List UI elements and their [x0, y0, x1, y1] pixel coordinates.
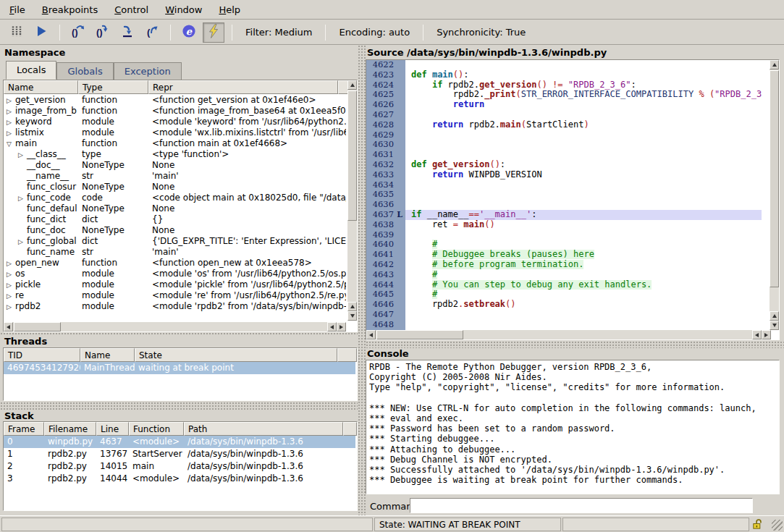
scroll-left-button[interactable] — [4, 322, 13, 332]
namespace-row[interactable]: ▷keywordmodule<module 'keyword' from '/u… — [4, 116, 346, 127]
scroll-down-button[interactable] — [770, 321, 779, 330]
column-header-tid[interactable]: TID — [4, 348, 80, 362]
step-return-button[interactable] — [117, 22, 138, 43]
line-number-gutter[interactable]: 4625 — [366, 90, 405, 100]
namespace-row[interactable]: func_closurNoneTypeNone — [4, 181, 346, 192]
tab-locals[interactable]: Locals — [6, 61, 56, 80]
scroll-up-button[interactable] — [770, 60, 779, 69]
line-number-gutter[interactable]: 4642 — [366, 260, 405, 270]
line-number-gutter[interactable]: 4623 — [366, 70, 405, 80]
line-number-gutter[interactable]: 4632 — [366, 160, 405, 170]
expand-arrow-icon[interactable]: ▷ — [18, 238, 27, 245]
tab-exception[interactable]: Exception — [114, 62, 182, 80]
scroll-up-button[interactable] — [347, 80, 357, 90]
command-input[interactable] — [410, 498, 753, 513]
expand-arrow-icon[interactable]: ▷ — [7, 108, 15, 115]
source-view[interactable]: 46224623def main():4624 if rpdb2.get_ver… — [366, 59, 780, 340]
namespace-table[interactable]: NameTypeRepr▷get_versionfunction<functio… — [3, 80, 358, 332]
line-number-gutter[interactable]: 4639 — [366, 230, 405, 240]
expand-arrow-icon[interactable]: ▷ — [7, 119, 15, 126]
column-header-path[interactable]: Path — [184, 422, 343, 436]
thread-row[interactable]: 46974534127920MainThreadwaiting at break… — [4, 362, 355, 374]
vertical-splitter[interactable] — [358, 45, 366, 515]
line-number-gutter[interactable]: 4630 — [366, 140, 405, 150]
line-number-gutter[interactable]: 4627 — [366, 110, 405, 120]
expand-arrow-icon[interactable]: ▷ — [7, 271, 15, 278]
line-number-gutter[interactable]: 4634 — [366, 180, 405, 190]
line-number-gutter[interactable]: 4631 — [366, 150, 405, 160]
step-over-button[interactable]: () — [67, 22, 89, 43]
scroll-right-button[interactable] — [762, 330, 771, 339]
line-number-gutter[interactable]: 4641 — [366, 250, 405, 260]
menu-help[interactable]: Help — [216, 1, 243, 18]
line-number-gutter[interactable]: 4638 — [366, 220, 405, 230]
line-number-gutter[interactable]: 4643 — [366, 270, 405, 280]
namespace-row[interactable]: ▷func_globaldict{'DLG_EXPR_TITLE': 'Ente… — [4, 235, 346, 246]
line-number-gutter[interactable]: 4640 — [366, 240, 405, 250]
line-number-gutter[interactable]: 4646 — [366, 300, 405, 310]
threads-stack-splitter[interactable] — [0, 402, 358, 410]
namespace-row[interactable]: ▽mainfunction<function main at 0x1ef4668… — [4, 138, 346, 148]
menu-breakpoints[interactable]: Breakpoints — [40, 1, 100, 18]
expand-arrow-icon[interactable]: ▷ — [7, 97, 15, 104]
step-out-button[interactable]: ( — [141, 22, 163, 43]
column-header-filename[interactable]: Filename — [44, 422, 96, 436]
namespace-row[interactable]: ▷listmixmodule<module 'wx.lib.mixins.lis… — [4, 127, 346, 138]
stack-frame-row[interactable]: 3rpdb2.py14044<module>/data/sys/bin/winp… — [4, 473, 355, 485]
line-number-gutter[interactable]: 4633 — [366, 170, 405, 180]
column-header-function[interactable]: Function — [129, 422, 184, 436]
scrollbar-thumb[interactable] — [14, 322, 61, 332]
namespace-threads-splitter[interactable] — [0, 332, 358, 336]
scrollbar-thumb[interactable] — [770, 70, 779, 287]
namespace-row[interactable]: ▷get_versionfunction<function get_versio… — [4, 94, 346, 105]
scroll-up-button[interactable] — [770, 311, 779, 321]
namespace-row[interactable]: ▷func_codecode<code object main at 0x180… — [4, 192, 346, 203]
column-header-name[interactable]: Name — [4, 80, 78, 94]
expand-arrow-icon[interactable]: ▷ — [7, 292, 15, 300]
namespace-row[interactable]: ▷rpdb2module<module 'rpdb2' from '/data/… — [4, 300, 346, 311]
expand-arrow-icon[interactable]: ▷ — [7, 260, 15, 267]
collapse-arrow-icon[interactable]: ▽ — [7, 140, 15, 148]
line-number-gutter[interactable]: 4648 — [366, 320, 405, 330]
scrollbar-thumb[interactable] — [376, 330, 463, 339]
synchronicity-toggle-button[interactable] — [203, 22, 224, 43]
scrollbar-thumb[interactable] — [347, 90, 357, 221]
scroll-left-button[interactable] — [327, 322, 337, 332]
console-output[interactable]: RPDB - The Remote Python Debugger, versi… — [366, 360, 780, 494]
scroll-right-button[interactable] — [337, 322, 346, 332]
namespace-row[interactable]: func_namestr'main' — [4, 246, 346, 257]
horizontal-scrollbar[interactable] — [366, 330, 771, 339]
expand-arrow-icon[interactable]: ▷ — [7, 282, 15, 289]
threads-table[interactable]: TIDNameState46974534127920MainThreadwait… — [3, 347, 358, 401]
resize-grip[interactable] — [772, 520, 783, 531]
encoding-toggle-button[interactable]: e — [178, 22, 200, 43]
scroll-left-button[interactable] — [366, 330, 376, 339]
namespace-row[interactable]: ▷open_newfunction<function open_new at 0… — [4, 257, 346, 268]
line-number-gutter[interactable]: 4622 — [366, 60, 405, 70]
line-number-gutter[interactable]: 4645 — [366, 290, 405, 300]
line-number-gutter[interactable]: 4635 — [366, 190, 405, 200]
tab-globals[interactable]: Globals — [56, 62, 113, 80]
namespace-row[interactable]: __doc__NoneTypeNone — [4, 159, 346, 170]
scroll-down-button[interactable] — [347, 311, 357, 321]
column-header-type[interactable]: Type — [78, 80, 148, 94]
column-header-line[interactable]: Line — [96, 422, 129, 436]
namespace-row[interactable]: ▷image_from_bfunction<function image_fro… — [4, 105, 346, 116]
line-number-gutter[interactable]: 4626 — [366, 100, 405, 110]
scroll-left-button[interactable] — [752, 330, 762, 339]
namespace-row[interactable]: ▷remodule<module 're' from '/usr/lib64/p… — [4, 290, 346, 300]
namespace-row[interactable]: __name__str'main' — [4, 170, 346, 181]
namespace-row[interactable]: func_defaulNoneTypeNone — [4, 203, 346, 214]
vertical-scrollbar[interactable] — [770, 60, 779, 330]
menu-control[interactable]: Control — [112, 1, 151, 18]
horizontal-scrollbar[interactable] — [4, 322, 346, 332]
stack-table[interactable]: FrameFilenameLineFunctionPath0winpdb.py4… — [3, 421, 358, 511]
expand-arrow-icon[interactable]: ▷ — [18, 195, 27, 202]
column-header-name[interactable]: Name — [80, 348, 135, 362]
step-into-button[interactable]: () — [92, 22, 114, 43]
source-console-splitter[interactable] — [366, 341, 784, 348]
namespace-row[interactable]: ▷picklemodule<module 'pickle' from '/usr… — [4, 279, 346, 290]
column-header-frame[interactable]: Frame — [4, 422, 44, 436]
line-number-gutter[interactable]: 4637L — [366, 210, 405, 220]
stack-frame-row[interactable]: 0winpdb.py4637<module>/data/sys/bin/winp… — [4, 436, 355, 448]
